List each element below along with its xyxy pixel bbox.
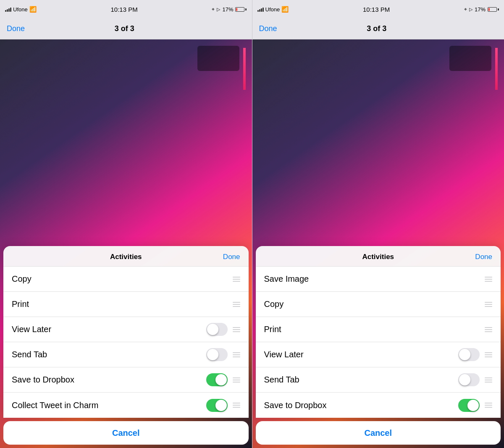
left-drag-copy[interactable] [233,277,240,282]
left-toggle-collect-tweet[interactable] [206,399,228,412]
nav-done-left[interactable]: Done [7,24,25,33]
left-status-right-group: ⌖ ▷ 17% [212,6,247,13]
left-photo: Activities Done Copy Print [0,39,252,448]
right-row-save-dropbox[interactable]: Save to Dropbox [256,393,501,418]
left-drag-view-later[interactable] [233,327,240,332]
left-label-view-later: View Later [12,325,206,334]
left-row-print[interactable]: Print [3,292,249,317]
location-icon-right: ⌖ [464,6,467,12]
status-bar: Ufone 📶 10:13 PM ⌖ ▷ 17% [0,0,504,18]
left-toggle-view-later[interactable] [206,323,228,336]
left-label-copy: Copy [12,274,228,284]
right-row-save-image[interactable]: Save Image [256,267,501,292]
right-activities-sheet: Activities Done Save Image Copy [256,246,501,418]
right-toggle-save-dropbox[interactable] [458,399,480,412]
left-label-print: Print [12,299,228,309]
left-panel: Activities Done Copy Print [0,39,252,448]
left-toggle-save-dropbox[interactable] [206,373,228,386]
signal-icon-right [257,7,264,12]
right-toggle-save-dropbox-wrapper [458,399,480,412]
status-bar-right: Ufone 📶 10:13 PM ⌖ ▷ 17% [252,0,504,18]
navigation-icon-left: ▷ [217,7,220,12]
right-sheet-done-btn[interactable]: Done [471,253,492,261]
left-toggle-send-tab[interactable] [206,348,228,361]
right-drag-copy[interactable] [485,302,492,307]
status-bar-left: Ufone 📶 10:13 PM ⌖ ▷ 17% [0,0,252,18]
right-status-right-group: ⌖ ▷ 17% [464,6,499,13]
right-row-send-tab[interactable]: Send Tab [256,367,501,393]
battery-percent-right: 17% [475,6,486,13]
right-drag-view-later[interactable] [485,352,492,357]
right-label-send-tab: Send Tab [264,375,459,385]
right-row-print[interactable]: Print [256,317,501,342]
left-status-left-group: Ufone 📶 [5,6,37,13]
right-label-print: Print [264,325,480,334]
left-sheet-header: Activities Done [3,246,249,267]
nav-counter-right: 3 of 3 [367,24,386,33]
right-drag-save-image[interactable] [485,277,492,282]
battery-icon-left [235,7,247,12]
left-label-save-dropbox: Save to Dropbox [12,375,206,385]
right-status-left-group: Ufone 📶 [257,6,289,13]
photo-pink-stripe [243,48,246,90]
wifi-icon-left: 📶 [29,6,37,13]
left-row-collect-tweet[interactable]: Collect Tweet in Charm [3,393,249,418]
left-toggle-view-later-wrapper [206,323,228,336]
carrier-name-left: Ufone [13,6,28,13]
nav-bar: Done 3 of 3 Done 3 of 3 [0,18,504,39]
left-sheet-done-btn[interactable]: Done [219,253,240,261]
right-drag-print[interactable] [485,327,492,332]
nav-counter-left: 3 of 3 [115,24,134,33]
left-drag-send-tab[interactable] [233,352,240,357]
right-toggle-view-later-wrapper [458,348,480,361]
time-right: 10:13 PM [363,6,390,13]
right-sheet-area: Activities Done Save Image Copy [252,246,504,448]
left-activities-sheet: Activities Done Copy Print [3,246,249,418]
time-left: 10:13 PM [110,6,137,13]
carrier-name-right: Ufone [265,6,280,13]
right-label-save-dropbox: Save to Dropbox [264,401,459,410]
left-cancel-label: Cancel [112,428,140,438]
right-toggle-send-tab-wrapper [458,373,480,386]
right-photo-laptop-shape [449,46,491,71]
right-row-copy[interactable]: Copy [256,292,501,317]
left-row-save-dropbox[interactable]: Save to Dropbox [3,367,249,393]
nav-done-right[interactable]: Done [259,24,277,33]
right-toggle-view-later[interactable] [458,348,480,361]
left-row-copy[interactable]: Copy [3,267,249,292]
nav-bar-right: Done 3 of 3 [252,18,504,39]
right-sheet-header: Activities Done [256,246,501,267]
right-label-view-later: View Later [264,350,459,359]
left-row-view-later[interactable]: View Later [3,317,249,342]
left-sheet-title: Activities [33,253,219,261]
nav-bar-left: Done 3 of 3 [0,18,252,39]
right-toggle-send-tab[interactable] [458,373,480,386]
right-cancel-label: Cancel [364,428,392,438]
left-label-send-tab: Send Tab [12,350,206,359]
left-drag-collect-tweet[interactable] [233,403,240,408]
right-drag-send-tab[interactable] [485,377,492,383]
left-toggle-save-dropbox-wrapper [206,373,228,386]
right-label-copy: Copy [264,299,480,309]
navigation-icon-right: ▷ [469,7,472,12]
right-label-save-image: Save Image [264,274,480,284]
battery-icon-right [488,7,499,12]
left-toggle-send-tab-wrapper [206,348,228,361]
right-photo: Activities Done Save Image Copy [252,39,504,448]
left-drag-save-dropbox[interactable] [233,377,240,383]
location-icon-left: ⌖ [212,6,215,12]
right-drag-save-dropbox[interactable] [485,403,492,408]
left-cancel-btn[interactable]: Cancel [3,421,249,445]
left-toggle-collect-tweet-wrapper [206,399,228,412]
left-label-collect-tweet: Collect Tweet in Charm [12,401,206,410]
right-cancel-btn[interactable]: Cancel [256,421,501,445]
right-row-view-later[interactable]: View Later [256,342,501,367]
left-row-send-tab[interactable]: Send Tab [3,342,249,367]
wifi-icon-right: 📶 [281,6,289,13]
signal-icon [5,7,11,12]
left-drag-print[interactable] [233,302,240,307]
right-photo-pink-stripe [495,48,498,90]
battery-percent-left: 17% [222,6,233,13]
right-sheet-title: Activities [285,253,472,261]
left-sheet-area: Activities Done Copy Print [0,246,252,448]
